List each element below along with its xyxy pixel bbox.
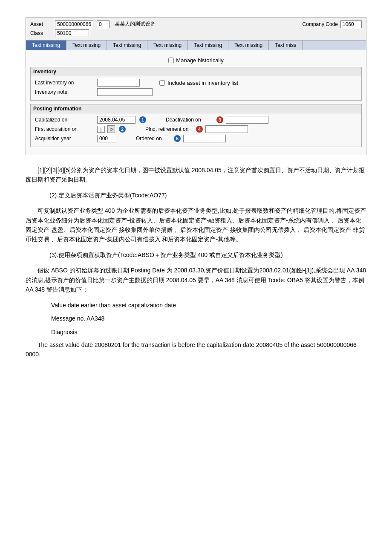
plnd-retirement-label: Plnd. retirement on: [145, 126, 192, 132]
ordered-on-label: Ordered on: [136, 136, 170, 142]
plnd-retirement-input[interactable]: [205, 125, 248, 133]
asset-label: Asset: [30, 21, 52, 27]
last-inventory-label: Last inventory on: [35, 80, 95, 86]
refresh-icon[interactable]: ↺: [107, 125, 115, 133]
badge-4: 4: [196, 126, 203, 133]
last-inventory-row: Last inventory on Include asset in inven…: [35, 79, 357, 87]
asset-number: 500000000066: [55, 20, 93, 28]
acquisition-year-label: Acquisition year: [35, 136, 95, 142]
tab-3[interactable]: Text missing: [147, 40, 188, 50]
content-area: [1][2][3][4][5]分别为资产的资本化日期，图中被设置默认值 2008…: [26, 165, 366, 359]
tab-6[interactable]: Text miss: [269, 40, 303, 50]
first-acquisition-label: First acquisition on: [35, 126, 95, 132]
company-code-label: Company Code: [303, 21, 338, 27]
deactivation-label: Deactivation on: [166, 117, 213, 123]
asset-sub-number: 0: [97, 20, 110, 28]
tab-5[interactable]: Text missing: [228, 40, 269, 50]
posting-section-title: Posting information: [31, 104, 361, 113]
message-line-3: Diagnosis: [51, 327, 366, 338]
include-inventory-checkbox[interactable]: [159, 80, 165, 86]
para3-heading: (3).使用杂项购置获取资产(Tcode:ABSO＋资产业务类型 400 或自定…: [26, 250, 366, 260]
tab-2[interactable]: Text missing: [107, 40, 147, 50]
manage-historically-label: Manage historically: [176, 57, 223, 64]
class-label: Class: [30, 30, 52, 36]
posting-content: Capitalized on 1 Deactivation on 3 First…: [31, 113, 361, 147]
paragraph-1: [1][2][3][4][5]分别为资产的资本化日期，图中被设置默认值 2008…: [26, 165, 366, 185]
inventory-note-input[interactable]: [97, 88, 153, 96]
acquisition-year-input[interactable]: [97, 135, 116, 142]
badge-2: 2: [119, 126, 126, 133]
badge-3: 3: [216, 116, 223, 123]
paragraph-2: 可复制默认资产业务类型 400 为企业所需要的后资本化资产业务类型,比如,处于报…: [26, 206, 366, 244]
badge-1: 1: [139, 116, 146, 123]
company-code-section: Company Code 1060: [303, 20, 362, 28]
company-code-value: 1060: [340, 20, 362, 28]
inventory-content: Last inventory on Include asset in inven…: [31, 76, 361, 100]
message-line-1: Value date earlier than asset capitaliza…: [51, 300, 366, 311]
message-line-4: The asset value date 20080201 for the tr…: [26, 340, 366, 359]
inventory-note-row: Inventory note: [35, 88, 357, 96]
include-inventory-label: Include asset in inventory list: [167, 80, 238, 86]
deactivation-input[interactable]: [226, 116, 268, 124]
deactivation-section: Deactivation on 3: [166, 116, 268, 124]
form-header: Asset 500000000066 0 某某人的测试设备 Company Co…: [26, 17, 366, 40]
last-inventory-input[interactable]: [97, 79, 140, 87]
message-line-2: Message no. AA348: [51, 313, 366, 324]
asset-row: Asset 500000000066 0 某某人的测试设备 Company Co…: [30, 20, 362, 28]
tab-1[interactable]: Text missing: [66, 40, 107, 50]
ordered-on-input[interactable]: [183, 135, 226, 142]
tabs-bar: Text missing Text missing Text missing T…: [26, 40, 366, 50]
badge-5: 5: [174, 135, 181, 142]
capitalized-input[interactable]: [97, 116, 135, 124]
class-row: Class 50100: [30, 29, 362, 37]
first-acquisition-row: First acquisition on | ↺ 2 Plnd. retirem…: [35, 125, 357, 133]
form-body: Manage historically Inventory Last inven…: [26, 50, 366, 155]
plnd-retirement-section: Plnd. retirement on 4: [145, 125, 248, 133]
tab-4[interactable]: Text missing: [188, 40, 228, 50]
inventory-section: Inventory Last inventory on Include asse…: [30, 67, 362, 101]
capitalized-row: Capitalized on 1 Deactivation on 3: [35, 116, 357, 124]
pipe-indicator: |: [97, 126, 105, 133]
manage-historically-checkbox[interactable]: [168, 58, 174, 63]
inventory-section-title: Inventory: [31, 67, 361, 76]
tab-0[interactable]: Text missing: [26, 40, 66, 50]
class-value: 50100: [55, 29, 89, 37]
posting-section: Posting information Capitalized on 1 Dea…: [30, 104, 362, 147]
para2-heading: (2).定义后资本话资产业务类型(Tcode:AO77): [26, 191, 366, 200]
ordered-on-section: Ordered on 5: [136, 135, 226, 142]
manage-historically-row: Manage historically: [30, 55, 362, 67]
include-section: Include asset in inventory list: [159, 80, 238, 86]
asset-description: 某某人的测试设备: [113, 20, 157, 28]
sap-asset-form: Asset 500000000066 0 某某人的测试设备 Company Co…: [26, 17, 366, 155]
capitalized-label: Capitalized on: [35, 117, 95, 123]
inventory-note-label: Inventory note: [35, 89, 95, 95]
paragraph-3: 假设 ABSO 的初始屏幕的过账日期 Posting Date 为 2008.0…: [26, 266, 366, 294]
acquisition-year-row: Acquisition year Ordered on 5: [35, 135, 357, 142]
